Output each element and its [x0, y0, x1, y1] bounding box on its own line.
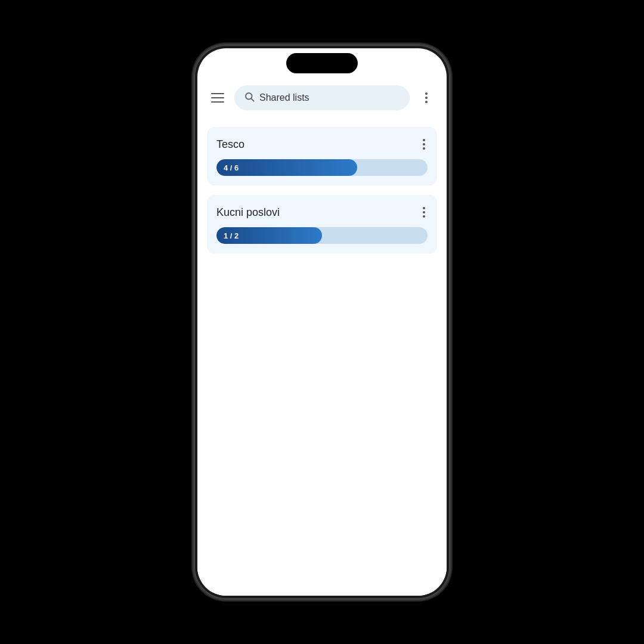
kucni-progress-bar: 1 / 2 — [216, 227, 428, 244]
kucni-more-icon — [423, 207, 425, 218]
hamburger-line-3 — [211, 101, 224, 103]
hamburger-line-2 — [211, 97, 224, 98]
list-title-tesco: Tesco — [216, 138, 244, 151]
top-more-button[interactable] — [416, 87, 437, 109]
tesco-progress-label: 4 / 6 — [224, 163, 239, 172]
search-placeholder: Shared lists — [259, 92, 309, 103]
dynamic-island — [286, 53, 358, 73]
hamburger-menu-button[interactable] — [207, 87, 228, 109]
three-dots-icon — [425, 92, 428, 103]
search-bar[interactable]: Shared lists — [234, 85, 410, 110]
list-card-header-tesco: Tesco — [216, 137, 428, 152]
svg-line-4 — [251, 98, 253, 101]
list-card-kucni-poslovi[interactable]: Kucni poslovi 1 / 2 — [207, 195, 437, 253]
kucni-progress-label: 1 / 2 — [224, 231, 239, 240]
kucni-more-button[interactable] — [420, 205, 428, 220]
list-title-kucni: Kucni poslovi — [216, 206, 280, 219]
top-bar: Shared lists — [197, 80, 447, 117]
hamburger-line-1 — [211, 93, 224, 94]
tesco-more-icon — [423, 139, 425, 150]
tesco-more-button[interactable] — [420, 137, 428, 152]
list-card-tesco[interactable]: Tesco 4 / 6 — [207, 127, 437, 185]
content-area: Tesco 4 / 6 Kucni — [197, 117, 447, 596]
search-icon — [244, 91, 255, 104]
list-card-header-kucni: Kucni poslovi — [216, 205, 428, 220]
phone-frame: Shared lists Tesco — [194, 45, 450, 599]
screen: Shared lists Tesco — [197, 48, 447, 596]
tesco-progress-bar: 4 / 6 — [216, 159, 428, 176]
